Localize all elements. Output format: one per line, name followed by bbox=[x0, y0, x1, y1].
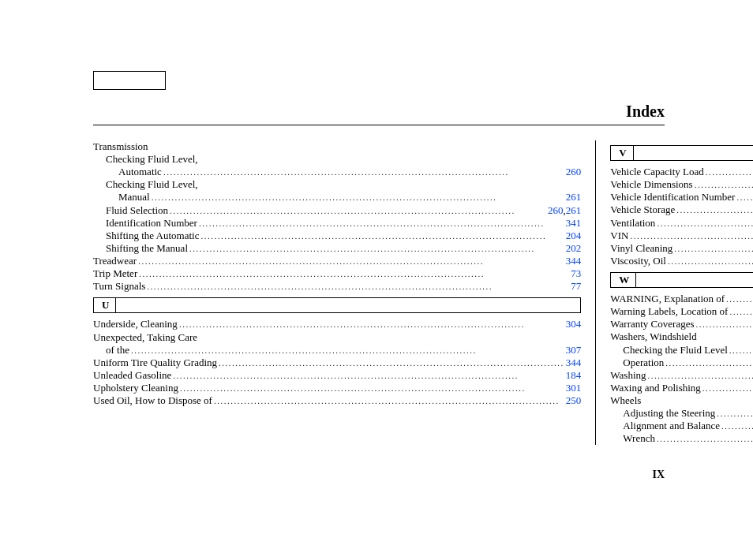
index-entry-label: Checking Fluid Level, bbox=[106, 153, 198, 166]
leader-dots bbox=[655, 218, 753, 230]
index-entry: Unleaded Gasoline184 bbox=[93, 369, 581, 382]
leader-dots bbox=[728, 345, 753, 357]
index-entry-label: VIN bbox=[610, 230, 628, 242]
index-entry-label: Wrench bbox=[623, 432, 655, 445]
leader-dots bbox=[145, 282, 571, 293]
index-page-link[interactable]: 341 bbox=[566, 217, 582, 230]
leader-dots bbox=[666, 256, 753, 267]
leader-dots bbox=[715, 409, 753, 420]
index-entry-label: Vehicle Capacity Load bbox=[610, 166, 703, 178]
index-letter-heading: V bbox=[610, 145, 753, 161]
index-entry-label: Vinyl Cleaning bbox=[610, 242, 672, 255]
index-entry: Uniform Tire Quality Grading344 bbox=[93, 357, 581, 369]
leader-dots bbox=[129, 345, 566, 357]
index-entry-label: Fluid Selection bbox=[106, 204, 168, 217]
index-letter-label: U bbox=[94, 298, 116, 312]
leader-dots bbox=[704, 167, 753, 178]
index-columns: TransmissionChecking Fluid Level,Automat… bbox=[93, 140, 665, 445]
index-entry: Manual261 bbox=[93, 191, 581, 203]
index-entry-label: Waxing and Polishing bbox=[610, 382, 701, 394]
index-page-link[interactable]: 261 bbox=[566, 191, 582, 203]
index-entry: Checking Fluid Level, bbox=[93, 153, 581, 166]
index-page-link[interactable]: 304 bbox=[566, 318, 582, 330]
index-entry-label: Automatic bbox=[118, 166, 162, 178]
leader-dots bbox=[728, 307, 753, 318]
leader-dots bbox=[150, 192, 566, 203]
index-entry-label: Used Oil, How to Dispose of bbox=[93, 394, 212, 407]
index-page-link[interactable]: 261 bbox=[566, 204, 582, 217]
index-entry-label: Wheels bbox=[610, 394, 641, 407]
index-page-link[interactable]: 344 bbox=[566, 255, 582, 267]
index-entry-label: of the bbox=[106, 344, 129, 357]
index-entry: Underside, Cleaning304 bbox=[93, 318, 581, 330]
index-page-link[interactable]: 260 bbox=[548, 204, 564, 217]
leader-dots bbox=[199, 231, 565, 242]
index-entry-label: Adjusting the Steering bbox=[623, 407, 715, 420]
index-entry: WARNING, Explanation ofii bbox=[610, 293, 753, 305]
leader-dots bbox=[646, 371, 754, 382]
index-entry: Washing298 bbox=[610, 369, 753, 382]
index-page-link[interactable]: 260 bbox=[566, 166, 582, 178]
index-page-link[interactable]: 77 bbox=[571, 280, 581, 293]
leader-dots bbox=[675, 205, 753, 216]
index-entry: Shifting the Manual202 bbox=[93, 242, 581, 255]
index-entry-label: Vehicle Dimensions bbox=[610, 178, 692, 191]
index-entry-label: Shifting the Manual bbox=[106, 242, 188, 255]
index-entry-label: Vehicle Identification Number bbox=[610, 191, 735, 203]
index-entry: Vehicle Storage295 bbox=[610, 203, 753, 216]
index-entry: Vinyl Cleaning302 bbox=[610, 242, 753, 255]
index-column-1: TransmissionChecking Fluid Level,Automat… bbox=[93, 140, 595, 445]
leader-dots bbox=[701, 383, 753, 394]
index-page-link[interactable]: 73 bbox=[571, 267, 581, 280]
leader-dots bbox=[137, 269, 571, 280]
index-entry-label: Washers, Windshield bbox=[610, 330, 696, 343]
index-entry-label: Transmission bbox=[93, 140, 148, 153]
index-entry-label: Upholstery Cleaning bbox=[93, 382, 178, 394]
leader-dots bbox=[212, 396, 566, 407]
leader-dots bbox=[725, 294, 753, 305]
index-entry: VIN340 bbox=[610, 230, 753, 242]
page-title: Index bbox=[626, 103, 665, 121]
index-entry-label: Viscosity, Oil bbox=[610, 255, 666, 267]
index-page-link[interactable]: 301 bbox=[566, 382, 582, 394]
title-divider bbox=[93, 125, 665, 125]
index-entry: Vehicle Capacity Load194 bbox=[610, 166, 753, 178]
index-entry-label: Washing bbox=[610, 369, 646, 382]
index-entry-label: Identification Number bbox=[106, 217, 197, 230]
leader-dots bbox=[162, 167, 566, 178]
index-page-link[interactable]: 307 bbox=[566, 344, 582, 357]
leader-dots bbox=[693, 180, 753, 191]
index-page-link[interactable]: 204 bbox=[566, 230, 582, 242]
index-entry-label: Warning Labels, Location of bbox=[610, 305, 728, 318]
index-entry-label: Manual bbox=[118, 191, 150, 203]
index-entry-label: Checking the Fluid Level bbox=[623, 344, 728, 357]
index-entry: Turn Signals77 bbox=[93, 280, 581, 293]
index-entry-label: Uniform Tire Quality Grading bbox=[93, 357, 217, 369]
leader-dots bbox=[178, 319, 566, 330]
index-entry-label: Underside, Cleaning bbox=[93, 318, 178, 330]
index-entry: of the307 bbox=[93, 344, 581, 357]
index-entry-label: Vehicle Storage bbox=[610, 203, 675, 216]
index-page-link[interactable]: 344 bbox=[566, 357, 582, 369]
index-entry: Viscosity, Oil248 bbox=[610, 255, 753, 267]
index-letter-label: V bbox=[611, 146, 633, 160]
index-page-link[interactable]: 184 bbox=[566, 369, 582, 382]
index-page-link[interactable]: 202 bbox=[566, 242, 582, 255]
page-number: IX bbox=[652, 469, 665, 481]
index-entry: Adjusting the Steering83 bbox=[610, 407, 753, 420]
leader-dots bbox=[178, 383, 566, 394]
leader-dots bbox=[735, 192, 753, 203]
leader-dots bbox=[188, 244, 566, 255]
index-page-link[interactable]: 250 bbox=[566, 394, 582, 407]
leader-dots bbox=[655, 434, 753, 445]
index-entry: Warranty Coverages355 bbox=[610, 318, 753, 330]
index-entry-label: Warranty Coverages bbox=[610, 318, 694, 330]
index-entry: Unexpected, Taking Care bbox=[93, 331, 581, 344]
leader-dots bbox=[168, 206, 548, 217]
index-entry-label: Unleaded Gasoline bbox=[93, 369, 171, 382]
index-letter-label: W bbox=[611, 273, 636, 287]
index-entry: Warning Labels, Location of61 bbox=[610, 305, 753, 318]
leader-dots bbox=[695, 319, 754, 330]
index-entry: Upholstery Cleaning301 bbox=[93, 382, 581, 394]
leader-dots bbox=[137, 256, 566, 267]
